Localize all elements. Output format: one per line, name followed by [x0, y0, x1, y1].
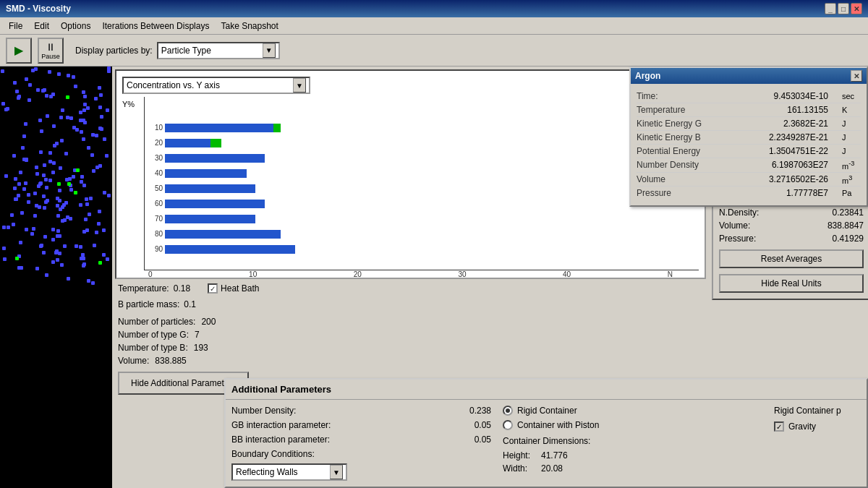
pause-button[interactable]: ⏸ Pause	[38, 38, 64, 64]
y-axis-label: Y%	[122, 97, 144, 270]
argon-time-unit: sec	[839, 92, 861, 100]
particle-blue	[74, 85, 77, 88]
particle-blue	[17, 96, 20, 100]
bar-label: 30	[145, 154, 165, 162]
number-density-row: Number Density: 0.238	[231, 406, 491, 416]
boundary-label: Boundary Conditions:	[231, 449, 491, 459]
particle-blue	[89, 197, 93, 200]
particle-blue	[25, 228, 28, 231]
dropdown-arrow-icon[interactable]: ▼	[263, 43, 276, 58]
bar-blue	[165, 124, 273, 132]
bar-track	[165, 153, 699, 163]
particle-blue	[2, 226, 6, 229]
temperature-label: Temperature:	[118, 283, 169, 294]
bar-blue	[165, 245, 295, 254]
rigid-container-radio[interactable]	[503, 406, 513, 416]
chart-plot: 908070605040302010	[144, 97, 699, 270]
display-by-label: Display particles by:	[75, 46, 153, 56]
particle-type-dropdown[interactable]: Particle Type ▼	[157, 42, 280, 59]
particle-blue	[58, 252, 61, 255]
chart-dropdown-arrow[interactable]: ▼	[293, 78, 306, 93]
particle-blue	[28, 83, 32, 87]
maximize-button[interactable]: □	[838, 3, 849, 14]
argon-ke-g-unit: J	[839, 119, 861, 128]
chart-bar-row: 80	[145, 226, 699, 241]
particle-blue	[43, 163, 46, 167]
particle-blue	[2, 247, 6, 250]
particle-blue	[17, 182, 21, 186]
bar-green	[273, 124, 281, 132]
bar-label: 40	[145, 169, 165, 177]
play-icon: ▶	[14, 43, 23, 57]
particle-blue	[102, 228, 106, 232]
particle-blue	[19, 241, 22, 244]
hide-real-units-button[interactable]: Hide Real Units	[719, 274, 864, 293]
number-density-value: 0.238	[455, 406, 491, 416]
particle-blue	[100, 115, 103, 119]
particle-blue	[107, 194, 111, 197]
play-button[interactable]: ▶	[6, 38, 32, 64]
argon-close-button[interactable]: ✕	[851, 70, 862, 82]
num-type-b-value: 193	[194, 343, 208, 353]
particle-blue	[17, 194, 20, 197]
b-particle-mass-value: 0.1	[184, 299, 196, 309]
height-row: Height: 41.776	[503, 450, 762, 461]
menu-iterations[interactable]: Iterations Between Displays	[96, 20, 215, 33]
chart-body: Y% 908070605040302010	[122, 97, 699, 270]
menu-snapshot[interactable]: Take Snapshot	[215, 20, 284, 33]
argon-panel: Argon ✕ Time: 9.453034E-10 sec Temperatu…	[629, 67, 868, 207]
particle-blue	[35, 204, 38, 207]
particle-blue	[79, 111, 82, 114]
boundary-dropdown[interactable]: Reflecting Walls ▼	[231, 463, 347, 481]
menu-file[interactable]: File	[3, 20, 28, 33]
gravity-checkbox[interactable]	[774, 421, 784, 432]
argon-vol-row: Volume 3.2716502E-26 m3	[637, 173, 861, 187]
particle-blue	[42, 194, 46, 198]
pause-icon: ⏸	[46, 41, 56, 53]
avg-volume-value: 838.8847	[827, 221, 864, 231]
particle-blue	[13, 81, 17, 85]
pause-label: Pause	[41, 53, 60, 60]
argon-pressure-row: Pressure 1.77778E7 Pa	[637, 187, 861, 200]
chart-bar-row: 50	[145, 181, 699, 196]
particle-blue	[14, 177, 17, 181]
particle-blue	[82, 257, 85, 260]
reset-averages-button[interactable]: Reset Averages	[719, 249, 864, 268]
bb-interaction-value: 0.05	[455, 435, 491, 445]
heat-bath-section: Heat Bath	[208, 283, 259, 294]
particle-blue	[103, 191, 106, 194]
particle-blue	[80, 180, 83, 184]
argon-temp-value: 161.13155	[749, 105, 828, 115]
argon-temp-unit: K	[839, 106, 861, 114]
particle-blue	[51, 171, 55, 174]
close-button[interactable]: ✕	[851, 3, 862, 14]
bar-track	[165, 244, 699, 254]
bar-blue	[165, 139, 210, 147]
num-type-b-label: Number of type B:	[118, 343, 188, 353]
width-value: 20.08	[541, 463, 563, 474]
particle-green	[67, 182, 71, 186]
heat-bath-checkbox[interactable]	[208, 283, 218, 294]
temperature-value: 0.18	[174, 283, 190, 294]
params-left-col: Number Density: 0.238 GB interaction par…	[231, 406, 491, 481]
minimize-button[interactable]: _	[825, 3, 836, 14]
chart-dropdown[interactable]: Concentration vs. Y axis ▼	[122, 77, 310, 94]
toolbar: ▶ ⏸ Pause Display particles by: Particle…	[0, 35, 868, 67]
argon-vol-value: 3.2716502E-26	[749, 174, 828, 184]
piston-container-radio[interactable]	[503, 420, 513, 430]
boundary-arrow-icon[interactable]: ▼	[330, 465, 343, 479]
particle-blue	[42, 174, 46, 177]
bar-label: 60	[145, 200, 165, 207]
particle-type-value: Particle Type	[161, 46, 211, 56]
particle-blue	[20, 211, 24, 215]
num-type-g-value: 7	[195, 330, 200, 340]
menu-edit[interactable]: Edit	[28, 20, 55, 33]
particle-blue	[83, 95, 87, 98]
width-row: Width: 20.08	[503, 463, 762, 474]
bar-blue	[165, 169, 247, 178]
menu-options[interactable]: Options	[55, 20, 96, 33]
particle-blue	[39, 150, 43, 154]
argon-ke-g-value: 2.3682E-21	[749, 119, 828, 129]
particle-blue	[69, 188, 73, 192]
particle-blue	[62, 203, 66, 207]
